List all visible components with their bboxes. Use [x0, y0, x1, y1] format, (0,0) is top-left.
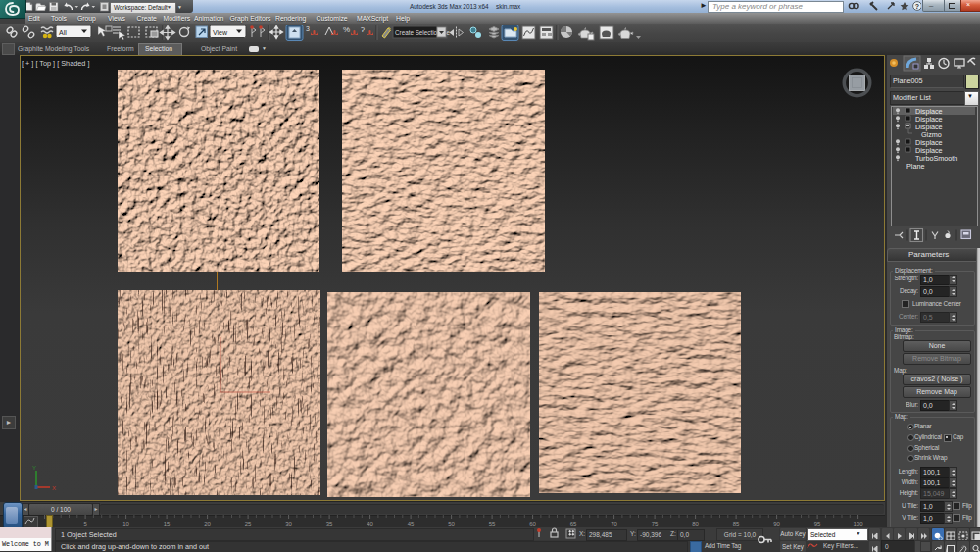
svg-text:60: 60	[529, 521, 536, 527]
svg-text:40: 40	[367, 521, 373, 527]
svg-text:65: 65	[570, 521, 577, 527]
svg-text:45: 45	[408, 521, 415, 527]
svg-text:95: 95	[814, 521, 821, 527]
svg-text:35: 35	[326, 521, 333, 527]
svg-text:100: 100	[854, 521, 864, 527]
svg-text:25: 25	[245, 521, 252, 527]
svg-text:Plane: Plane	[906, 162, 924, 171]
svg-text:30: 30	[285, 521, 292, 527]
svg-text:5: 5	[83, 521, 87, 527]
svg-text:70: 70	[611, 521, 617, 527]
svg-text:80: 80	[692, 521, 699, 527]
svg-text:75: 75	[652, 521, 659, 527]
svg-text:15: 15	[164, 521, 171, 527]
svg-text:20: 20	[204, 521, 211, 527]
svg-text:90: 90	[773, 521, 780, 527]
svg-text:55: 55	[489, 521, 496, 527]
svg-text:50: 50	[448, 521, 455, 527]
svg-text:10: 10	[122, 521, 129, 527]
svg-text:85: 85	[733, 521, 740, 527]
